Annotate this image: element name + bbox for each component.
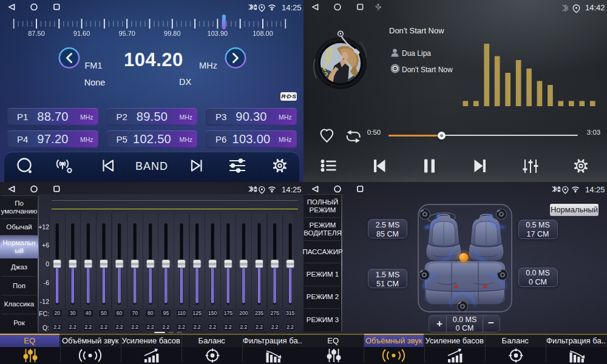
svg-text:95.70: 95.70	[118, 30, 135, 37]
svg-text:103.90: 103.90	[208, 30, 228, 37]
svg-text:14:25: 14:25	[585, 185, 605, 194]
svg-text:BAND: BAND	[135, 160, 168, 172]
svg-text:99.80: 99.80	[164, 30, 181, 37]
svg-text:14:42: 14:42	[585, 3, 605, 12]
svg-text:91.60: 91.60	[73, 30, 90, 37]
svg-text:14:25: 14:25	[282, 185, 302, 194]
svg-text:87.50: 87.50	[28, 30, 45, 37]
svg-text:108.00: 108.00	[253, 30, 273, 37]
